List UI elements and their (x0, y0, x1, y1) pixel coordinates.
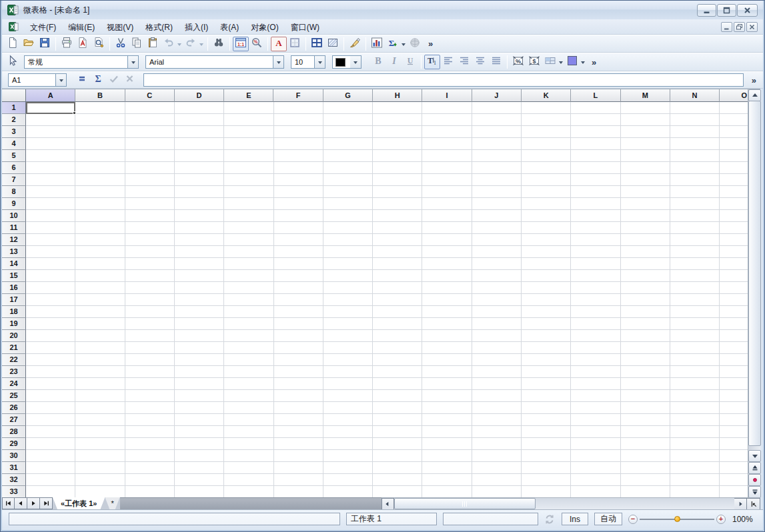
align-left-button[interactable] (440, 55, 456, 69)
fill-color-button[interactable] (564, 55, 580, 69)
row-header-4[interactable]: 4 (2, 138, 26, 150)
undo-dropdown-caret[interactable] (177, 43, 181, 48)
record-dot-button[interactable] (748, 474, 761, 486)
redo-dropdown-caret[interactable] (199, 43, 203, 48)
sheet-tab-new[interactable]: * (105, 497, 119, 509)
horizontal-scroll-thumb[interactable] (394, 498, 536, 509)
column-header-F[interactable]: F (273, 89, 323, 102)
font-color-combo-button[interactable] (350, 56, 361, 68)
print-preview-button[interactable] (91, 37, 107, 51)
frame-borders-button[interactable] (287, 37, 303, 51)
split-up-button[interactable] (748, 462, 761, 474)
row-header-6[interactable]: 6 (2, 162, 26, 174)
find-button[interactable] (211, 37, 227, 51)
status-calc-mode[interactable]: 自动 (594, 513, 622, 525)
copy-button[interactable] (129, 37, 145, 51)
row-header-10[interactable]: 10 (2, 210, 26, 222)
row-header-28[interactable]: 28 (2, 426, 26, 438)
style-combo-button[interactable] (127, 56, 138, 68)
align-center-button[interactable] (472, 55, 488, 69)
formula-bar-overflow-chevron[interactable]: » (748, 75, 760, 85)
row-header-1[interactable]: 1 (2, 102, 26, 114)
row-header-29[interactable]: 29 (2, 438, 26, 450)
merge-cells-button[interactable] (542, 55, 558, 69)
row-header-16[interactable]: 16 (2, 282, 26, 294)
column-header-C[interactable]: C (125, 89, 175, 102)
maximize-button[interactable] (717, 4, 736, 17)
go-to-origin-button[interactable] (747, 498, 760, 510)
autosum-button[interactable]: Σ (385, 37, 401, 51)
underline-button[interactable]: U (402, 55, 418, 69)
zoom-slider-track[interactable] (640, 519, 714, 520)
insert-chart-button[interactable] (369, 37, 385, 51)
autosum-dropdown-caret[interactable] (402, 43, 406, 48)
fill-handle[interactable] (73, 111, 76, 115)
percent-format-button[interactable]: % (510, 55, 526, 69)
scroll-down-button[interactable] (748, 450, 761, 462)
row-header-32[interactable]: 32 (2, 474, 26, 486)
row-header-3[interactable]: 3 (2, 126, 26, 138)
column-header-D[interactable]: D (175, 89, 224, 102)
row-header-8[interactable]: 8 (2, 186, 26, 198)
menu-item[interactable]: 表(A) (214, 21, 245, 34)
open-file-button[interactable] (21, 37, 37, 51)
row-header-25[interactable]: 25 (2, 390, 26, 402)
horizontal-scrollbar[interactable] (381, 497, 760, 509)
row-header-12[interactable]: 12 (2, 234, 26, 246)
zoom-in-button[interactable]: + (716, 515, 726, 524)
menu-item[interactable]: 视图(V) (101, 21, 139, 34)
vertical-scroll-thumb[interactable] (748, 101, 761, 446)
equals-button[interactable] (74, 73, 90, 87)
menu-item[interactable]: 编辑(E) (62, 21, 101, 34)
cell-shading-button[interactable] (325, 37, 341, 51)
fill-color-dropdown-caret[interactable] (581, 61, 585, 66)
accept-button[interactable] (106, 73, 122, 87)
align-justify-button[interactable] (488, 55, 504, 69)
column-header-A[interactable]: A (26, 89, 75, 102)
row-header-20[interactable]: 20 (2, 330, 26, 342)
mdi-restore-button[interactable] (734, 22, 745, 32)
row-header-33[interactable]: 33 (2, 486, 26, 498)
row-header-22[interactable]: 22 (2, 354, 26, 366)
scroll-right-button[interactable] (734, 498, 747, 510)
formula-sigma-button[interactable]: Σ (90, 73, 106, 87)
scroll-left-button[interactable] (381, 498, 394, 510)
previous-sheet-button[interactable] (15, 497, 27, 509)
border-grid-button[interactable] (309, 37, 325, 51)
redo-button[interactable] (183, 37, 199, 51)
merge-dropdown-caret[interactable] (559, 61, 563, 66)
scroll-up-button[interactable] (748, 89, 761, 101)
last-sheet-button[interactable] (40, 497, 53, 509)
column-header-K[interactable]: K (522, 89, 571, 102)
sphere-button[interactable] (407, 37, 423, 51)
cancel-button[interactable] (122, 73, 138, 87)
row-header-23[interactable]: 23 (2, 366, 26, 378)
column-header-L[interactable]: L (571, 89, 620, 102)
menu-item[interactable]: 插入(I) (179, 21, 214, 34)
cell-grid[interactable] (26, 102, 748, 498)
currency-format-button[interactable]: $ (526, 55, 542, 69)
select-all-corner[interactable] (2, 89, 26, 102)
menu-item[interactable]: 窗口(W) (285, 21, 325, 34)
style-combo[interactable]: 常规 (24, 55, 139, 69)
toolbar-overflow-chevron[interactable]: » (424, 39, 437, 49)
split-down-button[interactable] (748, 486, 761, 498)
minimize-button[interactable] (697, 4, 716, 17)
row-header-24[interactable]: 24 (2, 378, 26, 390)
row-header-5[interactable]: 5 (2, 150, 26, 162)
zoom-out-button[interactable]: − (628, 515, 638, 524)
font-combo-button[interactable] (273, 56, 283, 68)
column-header-H[interactable]: H (373, 89, 422, 102)
undo-button[interactable] (161, 37, 177, 51)
paste-button[interactable] (145, 37, 161, 51)
print-button[interactable] (59, 37, 75, 51)
column-header-G[interactable]: G (323, 89, 373, 102)
column-header-N[interactable]: N (670, 89, 720, 102)
column-header-J[interactable]: J (472, 89, 522, 102)
formula-input[interactable] (143, 73, 744, 87)
format-painter-button[interactable] (347, 37, 363, 51)
column-header-E[interactable]: E (224, 89, 273, 102)
row-header-13[interactable]: 13 (2, 246, 26, 258)
first-sheet-button[interactable] (2, 497, 15, 509)
pointer-button[interactable] (5, 55, 21, 69)
